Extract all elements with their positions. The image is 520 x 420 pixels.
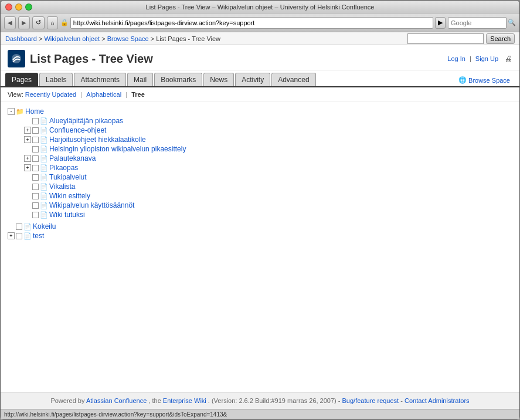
tree-link-wiki-saannot[interactable]: Wikipalvelun käyttösäännöt (49, 201, 134, 209)
breadcrumb-browse[interactable]: Browse Space (107, 35, 149, 42)
back-button[interactable]: ◀ (4, 16, 16, 29)
footer-bug-link[interactable]: Bug/feature request (342, 397, 399, 404)
tree-node-wiki-saannot: 📄 Wikipalvelun käyttösäännöt (24, 201, 512, 210)
tab-bookmarks[interactable]: Bookmarks (154, 73, 202, 86)
browser-window: List Pages - Tree View – Wikipalvelun oh… (0, 0, 520, 420)
tree-link-wiki-tutuksi[interactable]: Wiki tutuksi (49, 211, 85, 219)
browse-space-button[interactable]: 🌐 Browse Space (454, 74, 515, 86)
tree-checkbox-kokeilu (16, 223, 22, 230)
tree-node-home: - 📁 Home (8, 107, 512, 116)
tree-link-confluence[interactable]: Confluence-ohjeet (49, 126, 106, 134)
footer-enterprise-link[interactable]: Enterprise Wiki (163, 397, 206, 404)
tree-link-pikaopas[interactable]: Pikaopas (49, 164, 78, 172)
forward-icon: ▶ (22, 19, 26, 26)
breadcrumb: Dashboard > Wikipalvelun ohjeet > Browse… (5, 35, 220, 42)
page-icon-alue: 📄 (40, 117, 48, 125)
rss-icon: 🔒 (60, 19, 69, 26)
tab-pages[interactable]: Pages (5, 73, 38, 86)
tab-news[interactable]: News (203, 73, 234, 86)
tree-node-tuki: 📄 Tukipalvelut (24, 172, 512, 182)
page-icon-confluence: 📄 (40, 127, 48, 134)
page-title-area: List Pages - Tree View (8, 50, 153, 67)
tree-link-kokeilu[interactable]: Kokeilu (33, 222, 56, 231)
tree-link-palaute[interactable]: Palautekanava (49, 154, 96, 162)
tab-mail[interactable]: Mail (127, 73, 153, 86)
tree-node-wiki-tutuksi: 📄 Wiki tutuksi (24, 210, 512, 219)
tree-link-harjoitus[interactable]: Harjoitusohjeet hiekkalaatikolle (49, 136, 146, 144)
tree-expand-pikaopas[interactable]: + (24, 164, 31, 171)
tree-root: - 📁 Home 📄 Alueyläpitäjän pikaopas + (8, 107, 512, 219)
header-actions: Log In | Sign Up 🖨 (447, 54, 512, 63)
tree-checkbox-tuki (32, 174, 39, 181)
tree-link-alue[interactable]: Alueyläpitäjän pikaopas (49, 117, 123, 125)
tree-node-helsinki: 📄 Helsingin yliopiston wikipalvelun pika… (24, 144, 512, 154)
tab-attachments[interactable]: Attachments (74, 73, 126, 86)
status-url: http://wiki.helsinki.fi/pages/listpages-… (4, 411, 227, 418)
address-input[interactable] (70, 17, 433, 29)
refresh-button[interactable]: ↺ (32, 16, 45, 29)
confluence-logo (8, 50, 25, 67)
tree-checkbox-vika (32, 184, 39, 190)
tree-link-tuki[interactable]: Tukipalvelut (49, 173, 87, 181)
login-link[interactable]: Log In (447, 55, 465, 62)
refresh-icon: ↺ (36, 19, 41, 26)
footer-contact-link[interactable]: Contact Administrators (405, 397, 470, 404)
breadcrumb-current: List Pages - Tree View (156, 35, 220, 42)
minimize-button[interactable] (15, 4, 22, 11)
breadcrumb-dashboard[interactable]: Dashboard (5, 35, 37, 42)
tree-collapse-home[interactable]: - (8, 108, 15, 115)
tree-expand-test[interactable]: + (8, 232, 15, 239)
tree-node-test: + 📄 test (8, 231, 512, 241)
breadcrumb-sep3: > (151, 35, 156, 42)
page-icon-palaute: 📄 (40, 155, 48, 162)
page-icon-wiki-tutuksi: 📄 (40, 211, 48, 219)
browser-search-input[interactable] (448, 17, 507, 29)
page-search-input[interactable] (407, 33, 484, 44)
tree-expand-harjoitus[interactable]: + (24, 136, 31, 143)
tree-checkbox-harjoitus (32, 137, 39, 143)
confluence-logo-svg (11, 53, 22, 65)
page-search-button[interactable]: Search (486, 33, 515, 44)
tree-node-harjoitus: + 📄 Harjoitusohjeet hiekkalaatikolle (24, 135, 512, 144)
browse-space-icon: 🌐 (458, 76, 467, 84)
page-icon-test: 📄 (23, 232, 32, 240)
tree-link-test[interactable]: test (33, 232, 44, 240)
tab-advanced[interactable]: Advanced (271, 73, 315, 86)
close-button[interactable] (5, 4, 12, 11)
tree-checkbox-wiki-tutuksi (32, 212, 39, 218)
page-footer: Powered by Atlassian Confluence , the En… (1, 392, 519, 409)
maximize-button[interactable] (25, 4, 32, 11)
forward-button[interactable]: ▶ (18, 16, 30, 29)
footer-atlassian-link[interactable]: Atlassian Confluence (86, 397, 147, 404)
nav-bar: ◀ ▶ ↺ ⌂ 🔒 ▶ 🔍 (1, 13, 519, 32)
view-alphabetical[interactable]: Alphabetical (86, 91, 121, 98)
signup-link[interactable]: Sign Up (475, 55, 498, 62)
page-icon-kokeilu: 📄 (23, 223, 32, 231)
tree-node-pikaopas: + 📄 Pikaopas (24, 163, 512, 172)
tree-expand-confluence[interactable]: + (24, 127, 31, 134)
browse-space-label: Browse Space (468, 77, 510, 84)
tree-node-kokeilu: 📄 Kokeilu (8, 222, 512, 231)
view-tree: Tree (131, 91, 145, 98)
tree-checkbox-confluence (32, 127, 39, 134)
tree-link-vika[interactable]: Vikalista (49, 182, 75, 191)
tree-expand-palaute[interactable]: + (24, 155, 31, 162)
print-icon[interactable]: 🖨 (504, 54, 512, 63)
page-icon-helsinki: 📄 (40, 145, 48, 153)
go-icon: ▶ (438, 19, 443, 26)
breadcrumb-wiki[interactable]: Wikipalvelun ohjeet (44, 35, 100, 42)
footer-sep: - (400, 397, 405, 404)
window-title: List Pages - Tree View – Wikipalvelun oh… (146, 4, 375, 11)
go-button[interactable]: ▶ (435, 17, 446, 29)
tree-link-home[interactable]: Home (25, 107, 44, 116)
address-bar-container: 🔒 ▶ (60, 17, 446, 29)
tab-labels[interactable]: Labels (39, 73, 73, 86)
tree-node-palaute: + 📄 Palautekanava (24, 154, 512, 163)
home-button[interactable]: ⌂ (47, 16, 58, 29)
tree-checkbox-pikaopas (32, 165, 39, 171)
view-recently-updated[interactable]: Recently Updated (25, 91, 76, 98)
home-icon: ⌂ (50, 19, 55, 26)
tab-activity[interactable]: Activity (235, 73, 270, 86)
tree-link-helsinki[interactable]: Helsingin yliopiston wikipalvelun pikaes… (49, 145, 186, 153)
tree-link-wikin[interactable]: Wikin esittely (49, 192, 90, 200)
